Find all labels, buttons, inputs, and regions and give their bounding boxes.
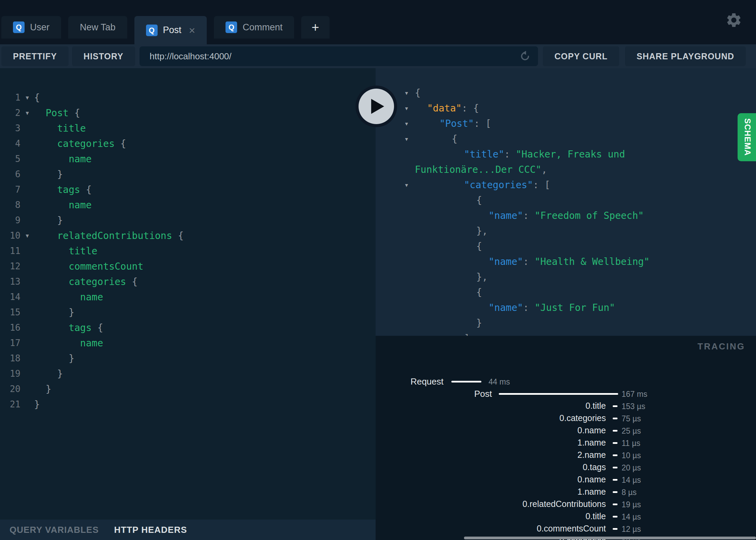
line-number: 1 [0, 90, 20, 105]
resolver-path: 0.relatedContributions [376, 499, 606, 509]
line-number: 16 [0, 320, 20, 335]
tab-post[interactable]: QPost× [134, 16, 207, 44]
resolver-duration: 19 µs [622, 500, 641, 509]
code-token: , [541, 164, 547, 175]
response-line: }, [376, 223, 756, 239]
resolver-duration: 8 µs [622, 488, 637, 497]
resolver-duration: 12 µs [622, 525, 641, 534]
schema-sidebar-tab[interactable]: SCHEMA [738, 113, 756, 161]
response-line: ] [376, 331, 756, 336]
trace-bar [613, 430, 617, 432]
fold-arrow-icon[interactable]: ▾ [20, 228, 34, 243]
play-icon [359, 89, 394, 124]
trace-bar [613, 442, 617, 444]
trace-bar [613, 504, 617, 505]
tab-label: Post [163, 25, 181, 35]
trace-resolver-row: 0.relatedContributions19 µs [376, 498, 756, 510]
code-token: }, [476, 225, 488, 237]
code-token: name [34, 291, 103, 303]
line-code: }, [415, 269, 488, 285]
line-number: 3 [0, 121, 20, 136]
line-code: name [34, 151, 92, 167]
tab-user[interactable]: QUser [1, 16, 61, 39]
code-token: } [34, 215, 63, 226]
collapse-arrow-icon[interactable]: ▾ [376, 177, 415, 193]
horizontal-scrollbar-thumb[interactable] [464, 537, 756, 539]
right-panel: ▾{▾"data": {▾"Post": [▾{"title": "Hacker… [376, 68, 756, 540]
editor-line: 3 title [0, 121, 376, 136]
http-headers-tab[interactable]: HTTP HEADERS [114, 525, 187, 535]
code-token: : [523, 256, 535, 267]
line-code: "categories": [ [415, 177, 550, 193]
resolver-duration: 75 µs [622, 414, 641, 423]
code-token: title [34, 245, 97, 257]
line-code: title [34, 243, 97, 259]
copy-curl-button[interactable]: COPY CURL [543, 46, 619, 66]
line-code: } [34, 167, 63, 182]
prettify-button[interactable]: PRETTIFY [1, 46, 69, 66]
reload-schema-icon[interactable] [519, 50, 531, 65]
response-line: "name": "Just For Fun" [376, 300, 756, 315]
code-token: commentsCount [34, 261, 143, 272]
response-line: ▾{ [376, 131, 756, 147]
tab-comment[interactable]: QComment [214, 16, 294, 39]
tab-new-tab[interactable]: New Tab [68, 16, 127, 39]
editor-line: 19 } [0, 366, 376, 381]
response-line: Funktionäre...Der CCC", [376, 162, 756, 177]
share-playground-button[interactable]: SHARE PLAYGROUND [625, 46, 746, 66]
line-number: 2 [0, 105, 20, 121]
line-code: relatedContributions { [34, 228, 184, 243]
resolver-path: 1.name [376, 487, 606, 497]
trace-bar [613, 516, 617, 518]
line-code: { [415, 239, 482, 254]
settings-gear-icon[interactable] [725, 12, 742, 29]
response-line: ▾"categories": [ [376, 177, 756, 193]
editor-line: 17 name [0, 335, 376, 351]
trace-resolver-row: 1.name8 µs [376, 486, 756, 498]
code-token: } [34, 353, 74, 364]
line-code: "name": "Just For Fun" [415, 300, 615, 315]
resolver-path: 0.categories [376, 413, 606, 423]
code-token: name [34, 199, 92, 211]
trace-span-post: Post 167 ms [376, 388, 756, 400]
history-button[interactable]: HISTORY [72, 46, 135, 66]
code-token: : [523, 210, 535, 221]
line-code: "title": "Hacker, Freaks und [415, 147, 625, 162]
line-code: } [34, 397, 40, 412]
close-tab-icon[interactable]: × [189, 25, 195, 36]
add-tab-button[interactable]: + [301, 16, 329, 39]
resolver-path: 0.title [376, 401, 606, 411]
code-token: { [473, 103, 479, 114]
editor-line: 20 } [0, 381, 376, 397]
code-token: "Post" [439, 118, 474, 129]
code-token: [ [544, 179, 550, 191]
endpoint-input[interactable]: http://localhost:4000/ [140, 46, 538, 66]
resolver-duration: 14 µs [622, 476, 641, 485]
line-number: 8 [0, 197, 20, 213]
code-token: } [34, 169, 63, 180]
response-line: } [376, 315, 756, 331]
code-token: Post [34, 107, 69, 119]
line-code: { [415, 85, 421, 101]
tab-label: Comment [243, 22, 282, 33]
line-number: 9 [0, 213, 20, 228]
response-line: { [376, 285, 756, 300]
fold-arrow-icon[interactable]: ▾ [20, 105, 34, 121]
code-token: } [476, 317, 482, 329]
trace-bar [613, 467, 617, 468]
line-number: 15 [0, 305, 20, 320]
collapse-arrow-icon[interactable]: ▾ [376, 131, 415, 147]
line-code: "Post": [ [415, 116, 491, 131]
fold-arrow-icon[interactable]: ▾ [20, 90, 34, 105]
query-variables-tab[interactable]: QUERY VARIABLES [10, 525, 99, 535]
line-code: { [415, 131, 457, 147]
line-code: Funktionäre...Der CCC", [415, 162, 547, 177]
execute-query-button[interactable] [355, 86, 397, 127]
tracing-header[interactable]: TRACING [698, 341, 745, 352]
line-number: 10 [0, 228, 20, 243]
code-token: { [80, 184, 92, 195]
code-token: { [415, 87, 421, 99]
tracing-panel: TRACING Request 44 ms Post 167 ms 0.titl… [376, 336, 756, 540]
line-code: { [34, 90, 40, 105]
query-editor[interactable]: 1▾{2▾ Post {3 title4 categories {5 name6… [0, 68, 376, 540]
